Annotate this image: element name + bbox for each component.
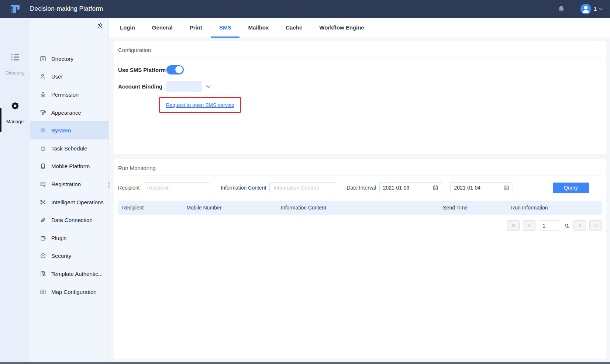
sidebar-item-intelligent-operations[interactable]: Intelligent Operations: [30, 193, 108, 211]
horizontal-scrollbar-thumb[interactable]: [0, 362, 610, 364]
sidebar-item-template-authentication[interactable]: Template Authentic...: [30, 265, 108, 283]
manage-sidebar: Directory User Permission: [30, 18, 109, 364]
sidebar-item-user[interactable]: User: [30, 68, 108, 86]
unpin-sidebar-icon[interactable]: [96, 22, 104, 30]
last-page-button[interactable]: [589, 220, 602, 231]
sidebar-item-data-connection[interactable]: Data Connection: [30, 211, 108, 229]
stopwatch-icon: [40, 145, 46, 152]
user-icon: [580, 4, 591, 14]
date-to-input[interactable]: 2021-01-04: [450, 182, 513, 193]
sidebar-item-mobile-platform[interactable]: Mobile Platform: [30, 157, 108, 176]
calendar-icon: [432, 185, 438, 191]
directory-list-icon: [10, 52, 20, 62]
sidebar-item-label: Permission: [51, 91, 79, 98]
sidebar-item-task-schedule[interactable]: Task Schedule: [30, 139, 108, 157]
information-content-input[interactable]: [269, 182, 335, 193]
mobile-phone-icon: [40, 163, 46, 169]
column-header-information-content: Information Content: [277, 205, 439, 211]
settings-tabbar: Login General Print SMS Mailbox Cache Wo…: [109, 18, 610, 38]
sidebar-item-label: Task Schedule: [51, 145, 87, 152]
recipient-label: Recipient: [118, 185, 139, 191]
tab-general[interactable]: General: [144, 18, 181, 38]
column-header-run-information: Run Information: [507, 205, 602, 211]
puzzle-piece-icon: [40, 235, 46, 241]
date-range-separator: -: [445, 185, 447, 191]
previous-page-button[interactable]: [523, 220, 535, 231]
paint-roller-icon: [40, 110, 46, 116]
user-avatar[interactable]: [580, 4, 591, 14]
date-from-value: 2021-01-03: [383, 185, 432, 191]
use-sms-platform-row: Use SMS Platform: [118, 65, 606, 75]
sidebar-item-label: Directory: [51, 56, 73, 62]
section-divider: [118, 58, 602, 58]
document-search-icon: [40, 271, 46, 277]
app-root: Decision-making Platform 1: [0, 0, 610, 364]
sidebar-item-label: Appearance: [51, 110, 81, 116]
request-sms-service-link[interactable]: Request to open SMS service: [166, 102, 234, 108]
sidebar-item-label: Template Authentic...: [51, 271, 103, 277]
horizontal-scrollbar[interactable]: [0, 362, 610, 364]
configuration-card: Configuration Use SMS Platform Account B…: [114, 41, 606, 154]
directory-icon: [40, 56, 46, 62]
page-number-input[interactable]: [539, 220, 560, 231]
gear-icon: [40, 127, 46, 134]
use-sms-platform-toggle[interactable]: [166, 65, 184, 74]
monitoring-filters: Recipient Information Content Date Inter…: [118, 182, 602, 193]
pagination: /1: [114, 220, 602, 231]
sidebar-item-label: Mobile Platform: [51, 163, 90, 169]
calendar-icon: [503, 185, 509, 191]
account-binding-redacted-value: [166, 81, 202, 92]
rail-item-label: Directory: [0, 70, 30, 76]
user-icon: [40, 73, 46, 80]
shield-plus-icon: [40, 253, 46, 259]
run-monitoring-card: Run Monitoring Recipient Information Con…: [114, 159, 606, 358]
paperclip-icon: [40, 217, 46, 223]
app-logo-icon: [10, 4, 20, 14]
sidebar-item-permission[interactable]: Permission: [30, 86, 108, 104]
tab-print[interactable]: Print: [181, 18, 211, 38]
main-content: Login General Print SMS Mailbox Cache Wo…: [109, 18, 610, 364]
tab-mailbox[interactable]: Mailbox: [239, 18, 277, 38]
tab-login[interactable]: Login: [111, 18, 144, 38]
toggle-knob: [175, 66, 183, 73]
date-from-input[interactable]: 2021-01-03: [379, 182, 442, 193]
sidebar-resize-handle[interactable]: [107, 180, 111, 190]
section-divider: [118, 176, 602, 176]
sidebar-item-plugin[interactable]: Plugin: [30, 229, 108, 247]
account-binding-row: Account Binding: [118, 81, 606, 91]
sidebar-item-map-configuration[interactable]: Map Configuration: [30, 283, 108, 301]
query-button[interactable]: Query: [553, 183, 589, 193]
column-header-mobile-number: Mobile Number: [182, 205, 277, 211]
tab-cache[interactable]: Cache: [277, 18, 311, 38]
rail-item-label: Manage: [0, 119, 30, 124]
tab-sms[interactable]: SMS: [211, 18, 240, 38]
rail-item-directory[interactable]: Directory: [0, 52, 30, 76]
sidebar-item-label: Registration: [51, 181, 81, 187]
next-page-button[interactable]: [573, 220, 586, 231]
user-badge-count: 1: [594, 6, 597, 12]
sidebar-item-security[interactable]: Security: [30, 247, 108, 265]
recipient-input[interactable]: [143, 182, 209, 193]
manage-gear-icon: [10, 101, 20, 111]
date-to-value: 2021-01-04: [454, 185, 503, 191]
sidebar-item-label: Data Connection: [51, 217, 93, 223]
user-menu-chevron-down-icon[interactable]: [598, 6, 603, 11]
tab-workflow-engine[interactable]: Workflow Engine: [311, 18, 372, 38]
sidebar-item-label: Security: [51, 253, 71, 259]
notifications-bell-icon[interactable]: [558, 5, 565, 13]
run-monitoring-section-title: Run Monitoring: [114, 159, 606, 176]
map-icon: [40, 289, 46, 295]
first-page-button[interactable]: [507, 220, 520, 231]
top-navbar: Decision-making Platform 1: [0, 0, 610, 18]
rail-item-manage[interactable]: Manage: [0, 101, 30, 124]
sidebar-item-directory[interactable]: Directory: [30, 50, 108, 68]
sidebar-item-system[interactable]: System: [30, 121, 108, 139]
document-plus-icon: [40, 181, 46, 187]
date-interval-label: Date Interval: [347, 185, 376, 191]
sidebar-item-label: Map Configuration: [51, 289, 97, 295]
account-binding-select[interactable]: [166, 81, 211, 92]
sidebar-item-appearance[interactable]: Appearance: [30, 104, 108, 122]
sidebar-item-registration[interactable]: Registration: [30, 175, 108, 193]
sidebar-item-label: User: [51, 73, 63, 80]
sidebar-menu: Directory User Permission: [30, 50, 108, 301]
